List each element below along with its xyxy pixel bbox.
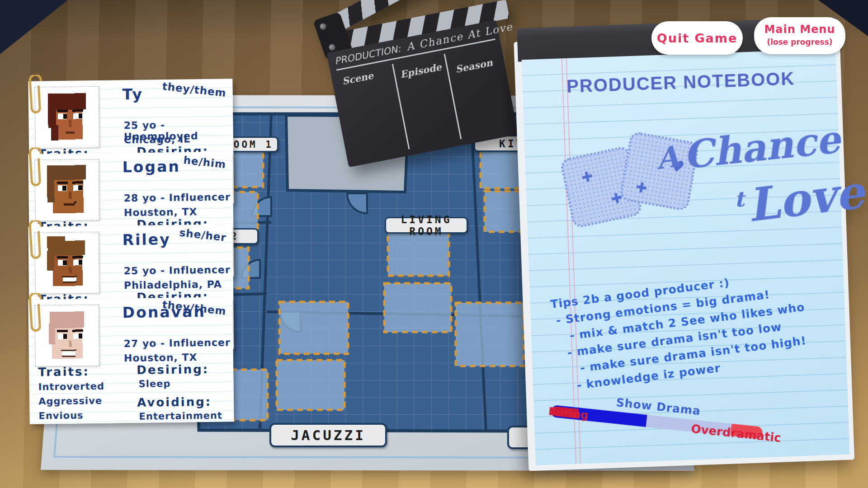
drama-meter-boring-label: Boring [548,405,590,422]
contestant-bio: 28 yo - Influencer [123,191,230,204]
producer-notebook: PRODUCER NOTEBOOK ✚ ✚ [520,17,849,465]
contestant-location: Houston, TX [124,352,198,364]
desiring-value: Sleep [138,378,170,389]
placement-slot[interactable] [277,360,344,410]
logo-word-at: t [734,187,745,211]
avoiding-value: Entertainment [139,410,222,422]
contestant-card-donavan[interactable]: Donavan they/them 27 yo - Influencer Hou… [28,297,234,424]
trait-value: Introverted [38,381,104,393]
contestant-location: Chicago, IL [124,133,191,145]
main-menu-label: Main Menu [764,23,835,36]
contestant-name: Riley [122,230,170,249]
room-label-jacuzzi: JACUZZI [269,423,387,447]
contestant-bio: 25 yo - Influencer [123,264,230,277]
logo-word-love: Love [745,165,867,232]
contestant-name: Ty [122,85,143,103]
paperclip-icon [26,220,47,270]
contestant-pronouns: they/them [161,80,226,99]
logo-word-a: A [654,139,681,176]
notebook-paper: PRODUCER NOTEBOOK ✚ ✚ [522,49,850,465]
contestant-pronouns: she/her [179,226,227,243]
paperclip-icon [26,147,47,197]
contestant-location: Houston, TX [124,206,198,218]
contestant-pronouns: he/him [183,154,227,170]
avoiding-header: Avoiding: [137,395,212,409]
quit-game-button[interactable]: Quit Game [651,21,743,55]
main-menu-button[interactable]: Main Menu (lose progress) [754,17,845,54]
main-menu-sub-label: (lose progress) [757,36,843,48]
placement-slot[interactable] [388,233,449,276]
dice-icon: ✚ ✚ ♥ ✚ [551,107,736,249]
trait-value: Envious [38,410,83,421]
placement-slot[interactable] [456,303,524,366]
trait-value: Aggressive [38,395,102,407]
show-logo: ✚ ✚ ♥ ✚ A Chance t Love [551,103,827,267]
paperclip-icon [26,293,47,343]
drama-meter: Show Drama Boring Overdramatic [551,389,797,442]
producer-tips: Tips 2b a good producer :) - Strong emot… [549,265,813,396]
notebook-title: PRODUCER NOTEBOOK [558,68,803,97]
placement-slot[interactable] [279,302,348,354]
contestant-name: Logan [122,158,180,176]
placement-slot[interactable] [384,283,451,332]
traits-header: Traits: [38,365,90,379]
room-label-living-room: LIVING ROOM [385,217,468,234]
table-edge-shadow [0,0,68,54]
contestant-bio: 27 yo - Influencer [123,337,230,349]
desiring-header: Desiring: [137,362,209,377]
paperclip-icon [26,75,47,125]
